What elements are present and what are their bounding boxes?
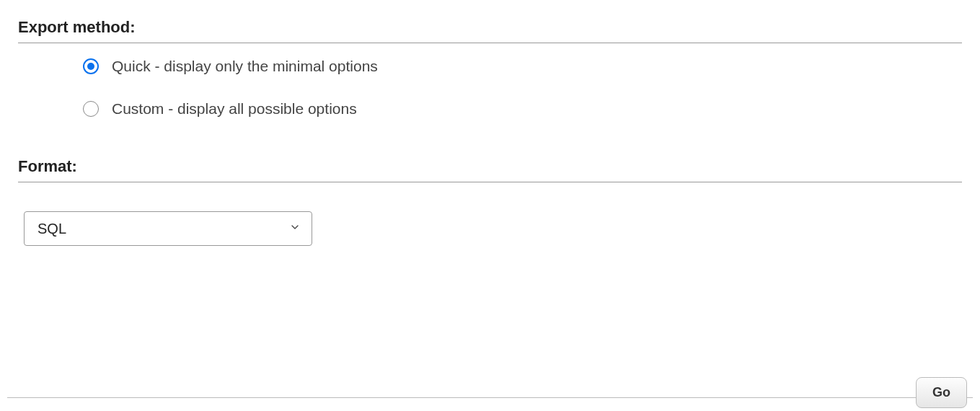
radio-quick[interactable]	[83, 58, 99, 74]
format-select-wrapper: SQL	[24, 211, 312, 246]
export-method-heading: Export method:	[18, 18, 962, 43]
go-button[interactable]: Go	[916, 377, 967, 408]
radio-custom[interactable]	[83, 101, 99, 117]
radio-quick-label: Quick - display only the minimal options	[112, 58, 378, 75]
format-select[interactable]: SQL	[24, 211, 312, 246]
radio-option-quick[interactable]: Quick - display only the minimal options	[83, 58, 962, 75]
format-section: Format: SQL	[18, 157, 962, 246]
radio-option-custom[interactable]: Custom - display all possible options	[83, 100, 962, 118]
export-method-radio-group: Quick - display only the minimal options…	[18, 58, 962, 118]
export-method-section: Export method: Quick - display only the …	[18, 18, 962, 118]
footer-bar: Go	[7, 367, 973, 398]
format-heading: Format:	[18, 157, 962, 182]
radio-custom-label: Custom - display all possible options	[112, 100, 357, 118]
